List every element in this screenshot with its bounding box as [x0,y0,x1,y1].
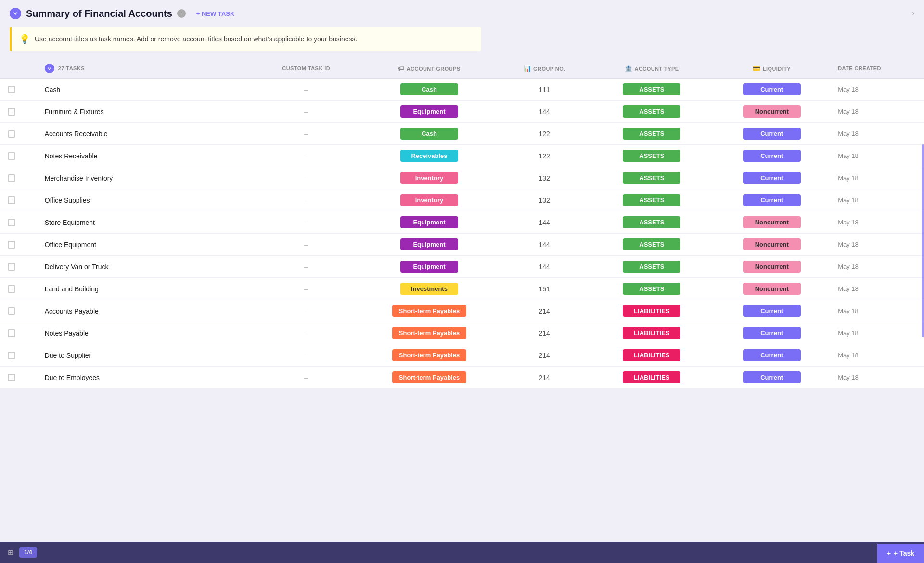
row-checkbox[interactable] [8,174,15,182]
row-checkbox[interactable] [8,241,15,249]
account-type-badge[interactable]: LIABILITIES [623,305,680,317]
th-custom-task-id[interactable]: CUSTOM TASK ID [252,59,360,79]
row-checkbox[interactable] [8,307,15,315]
new-task-header-button[interactable]: + NEW TASK [192,8,239,19]
account-group-badge[interactable]: Inventory [400,194,458,206]
liquidity-badge[interactable]: Current [743,150,801,162]
account-group-badge[interactable]: Short-term Payables [392,327,466,339]
table-row: Accounts Receivable – Cash 122 ASSETS Cu… [0,123,924,145]
account-group-cell: Inventory [360,189,499,211]
account-type-badge[interactable]: ASSETS [623,105,680,118]
th-date-created[interactable]: DATE CREATED [830,59,924,79]
table-header-row: 27 TASKS CUSTOM TASK ID 🏷 ACCOUNT GROUPS… [0,59,924,79]
row-checkbox[interactable] [8,352,15,359]
account-group-badge[interactable]: Short-term Payables [392,349,466,361]
account-type-cell: LIABILITIES [590,367,713,389]
group-no-cell: 144 [499,234,590,256]
account-group-cell: Equipment [360,234,499,256]
account-group-badge[interactable]: Cash [400,83,458,95]
scrollbar-accent[interactable] [922,144,924,337]
account-group-badge[interactable]: Short-term Payables [392,305,466,317]
table-body: Cash – Cash 111 ASSETS Current May 18 Fu… [0,79,924,389]
task-id-value: – [304,219,308,226]
account-type-badge[interactable]: LIABILITIES [623,371,680,383]
row-checkbox[interactable] [8,263,15,271]
tasks-collapse-button[interactable] [45,64,54,73]
row-checkbox-cell [0,101,37,123]
collapse-button[interactable] [10,8,21,19]
liquidity-badge[interactable]: Current [743,172,801,184]
account-group-badge[interactable]: Equipment [400,261,458,273]
account-type-cell: ASSETS [590,167,713,189]
account-type-badge[interactable]: ASSETS [623,261,680,273]
liquidity-badge[interactable]: Current [743,349,801,361]
row-checkbox[interactable] [8,86,15,93]
liquidity-badge[interactable]: Current [743,128,801,140]
liquidity-badge[interactable]: Current [743,305,801,317]
date-value: May 18 [838,307,859,314]
page-indicator[interactable]: 1/4 [19,547,37,558]
account-type-badge[interactable]: ASSETS [623,194,680,206]
account-type-badge[interactable]: ASSETS [623,172,680,184]
row-checkbox[interactable] [8,285,15,293]
account-type-badge[interactable]: ASSETS [623,238,680,250]
liquidity-cell: Current [713,145,830,167]
account-type-badge[interactable]: ASSETS [623,283,680,295]
account-group-badge[interactable]: Receivables [400,150,458,162]
account-group-badge[interactable]: Cash [400,128,458,140]
liquidity-badge[interactable]: Noncurrent [743,238,801,250]
liquidity-badge[interactable]: Noncurrent [743,261,801,273]
liquidity-badge[interactable]: Noncurrent [743,216,801,228]
row-checkbox[interactable] [8,196,15,204]
liquidity-badge[interactable]: Noncurrent [743,105,801,118]
account-type-badge[interactable]: ASSETS [623,216,680,228]
new-task-fab-button[interactable]: + + Task [877,544,924,563]
date-value: May 18 [838,352,859,359]
liquidity-badge[interactable]: Current [743,327,801,339]
account-type-badge[interactable]: ASSETS [623,83,680,95]
account-type-badge[interactable]: ASSETS [623,150,680,162]
account-type-badge[interactable]: ASSETS [623,128,680,140]
row-checkbox-cell [0,145,37,167]
row-checkbox[interactable] [8,329,15,337]
th-tasks[interactable]: 27 TASKS [37,59,253,79]
liquidity-badge[interactable]: Current [743,194,801,206]
account-group-cell: Short-term Payables [360,300,499,322]
account-group-badge[interactable]: Equipment [400,238,458,250]
group-no-icon: 📊 [524,65,534,72]
page-title: Summary of Financial Accounts [26,8,172,19]
account-group-badge[interactable]: Investments [400,283,458,295]
liquidity-badge[interactable]: Current [743,83,801,95]
account-group-badge[interactable]: Equipment [400,105,458,118]
row-checkbox[interactable] [8,108,15,116]
row-checkbox[interactable] [8,374,15,381]
row-checkbox[interactable] [8,219,15,226]
liquidity-badge[interactable]: Noncurrent [743,283,801,295]
expand-icon[interactable]: › [912,9,914,18]
account-group-badge[interactable]: Short-term Payables [392,371,466,383]
task-name-cell: Due to Supplier [37,344,253,367]
date-value: May 18 [838,108,859,115]
account-type-badge[interactable]: LIABILITIES [623,349,680,361]
page-container: Summary of Financial Accounts i + NEW TA… [0,0,924,563]
task-name: Land and Building [45,285,99,293]
table-row: Notes Receivable – Receivables 122 ASSET… [0,145,924,167]
row-checkbox[interactable] [8,152,15,160]
table-row: Office Equipment – Equipment 144 ASSETS … [0,234,924,256]
date-value: May 18 [838,196,859,204]
pager-icon: ⊞ [8,549,13,556]
info-icon[interactable]: i [177,9,186,18]
account-group-badge[interactable]: Equipment [400,216,458,228]
account-group-badge[interactable]: Inventory [400,172,458,184]
table-row: Furniture & Fixtures – Equipment 144 ASS… [0,101,924,123]
liquidity-badge[interactable]: Current [743,371,801,383]
account-group-cell: Inventory [360,167,499,189]
liquidity-cell: Current [713,344,830,367]
task-name-cell: Furniture & Fixtures [37,101,253,123]
account-type-badge[interactable]: LIABILITIES [623,327,680,339]
table-wrapper: 27 TASKS CUSTOM TASK ID 🏷 ACCOUNT GROUPS… [0,59,924,389]
task-id-cell: – [252,211,360,234]
row-checkbox[interactable] [8,130,15,138]
row-checkbox-cell [0,234,37,256]
task-id-value: – [304,152,308,160]
